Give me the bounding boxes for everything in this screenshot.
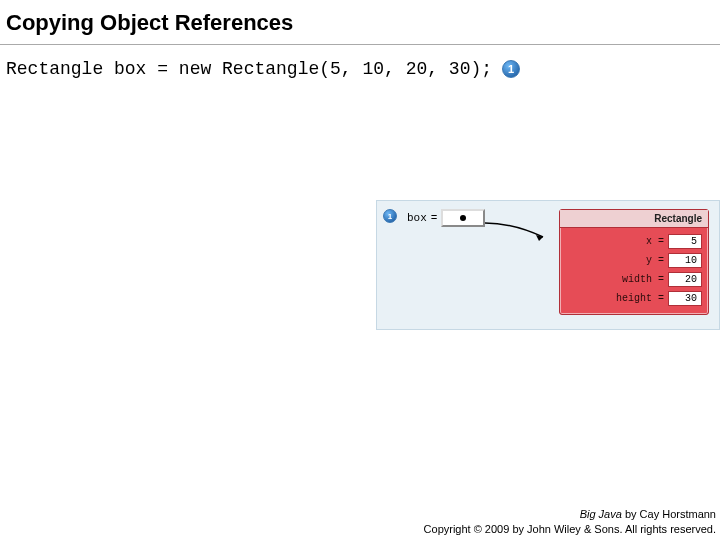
code-text: Rectangle box = new Rectangle(5, 10, 20,… [6,59,492,79]
callout-marker-1: 1 [502,60,520,78]
field-row: width = 20 [566,270,702,289]
footer-line-1: Big Java by Cay Horstmann [424,507,716,521]
variable-name: box [407,212,427,224]
object-type-label: Rectangle [560,210,708,228]
reference-arrow-icon [483,217,557,247]
field-value: 20 [668,272,702,287]
field-value: 10 [668,253,702,268]
equals-sign: = [431,212,438,224]
footer: Big Java by Cay Horstmann Copyright © 20… [424,507,716,536]
field-row: y = 10 [566,251,702,270]
object-box: Rectangle x = 5 y = 10 width = 20 height… [559,209,709,315]
field-row: x = 5 [566,232,702,251]
field-label: width = [566,274,664,285]
page-title: Copying Object References [0,0,720,45]
byline: by Cay Horstmann [622,508,716,520]
variable-box: box = [407,209,485,227]
reference-slot [441,209,485,227]
book-title: Big Java [580,508,622,520]
field-value: 30 [668,291,702,306]
field-row: height = 30 [566,289,702,308]
field-value: 5 [668,234,702,249]
field-label: x = [566,236,664,247]
code-line: Rectangle box = new Rectangle(5, 10, 20,… [0,45,720,79]
slide: Copying Object References Rectangle box … [0,0,720,540]
object-diagram-panel: 1 box = Rectangle x = 5 y = 10 [376,200,720,330]
footer-copyright: Copyright © 2009 by John Wiley & Sons. A… [424,522,716,536]
reference-dot-icon [460,215,466,221]
object-fields: x = 5 y = 10 width = 20 height = 30 [560,228,708,314]
field-label: y = [566,255,664,266]
callout-marker-diagram: 1 [383,209,397,223]
field-label: height = [566,293,664,304]
